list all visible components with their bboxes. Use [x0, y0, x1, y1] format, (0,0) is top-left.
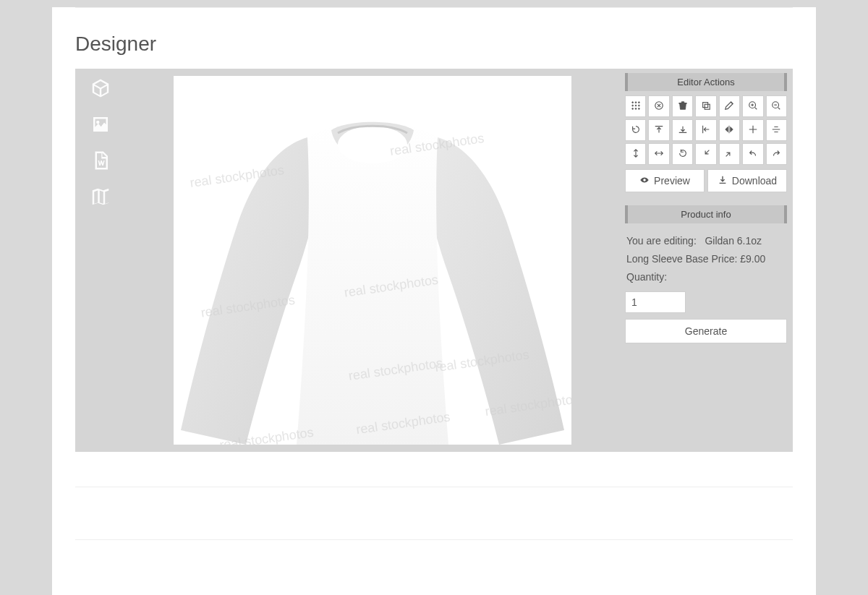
download-button[interactable]: Download [707, 169, 787, 192]
rotate-icon [631, 124, 641, 137]
flip-h-icon [724, 124, 734, 137]
design-canvas-wrap: real stockphotos real stockphotos real s… [126, 69, 619, 452]
height-button[interactable] [625, 143, 646, 165]
height-icon [631, 148, 641, 160]
center-h-icon [748, 124, 758, 137]
editing-label: You are editing: [626, 235, 697, 247]
center-v-icon [771, 124, 781, 137]
scale-up-button[interactable] [719, 143, 740, 165]
align-bottom-button[interactable] [672, 119, 693, 141]
svg-point-18 [638, 108, 639, 109]
divider-1 [75, 487, 793, 487]
align-top-icon [654, 124, 664, 137]
copy-icon [701, 100, 711, 113]
svg-rect-21 [705, 104, 710, 109]
quantity-label: Quantity: [626, 271, 667, 283]
product-info-text: You are editing: Gildan 6.1oz Long Sleev… [625, 228, 787, 290]
rotate-button[interactable] [625, 119, 646, 141]
zoom-in-icon [748, 100, 758, 113]
redo-button[interactable] [766, 143, 787, 165]
text-tool[interactable] [88, 148, 114, 174]
base-price: £9.00 [740, 253, 765, 265]
svg-point-16 [631, 108, 633, 109]
grid-icon [631, 100, 641, 113]
undo-button[interactable] [742, 143, 763, 165]
delete-button[interactable] [672, 95, 693, 117]
flip-h-button[interactable] [719, 119, 740, 141]
reset-button[interactable] [672, 143, 693, 165]
editor-actions-title: Editor Actions [625, 73, 787, 91]
align-top-button[interactable] [648, 119, 669, 141]
trash-icon [678, 100, 688, 113]
redo-icon [771, 148, 781, 160]
width-icon [654, 148, 664, 160]
arrow-in-icon [701, 148, 711, 160]
svg-point-14 [635, 105, 637, 106]
product-preview-image: real stockphotos real stockphotos real s… [174, 76, 571, 445]
svg-point-10 [631, 101, 633, 103]
edit-button[interactable] [719, 95, 740, 117]
download-icon [718, 175, 728, 187]
divider-2 [75, 539, 793, 540]
undo-icon [748, 148, 758, 160]
clipart-tool[interactable] [88, 184, 114, 210]
page-card: Designer [52, 7, 816, 595]
cube-icon [90, 77, 111, 101]
zoom-in-button[interactable] [742, 95, 763, 117]
map-icon [90, 186, 111, 210]
align-left-button[interactable] [695, 119, 716, 141]
arrow-out-icon [724, 148, 734, 160]
scale-down-button[interactable] [695, 143, 716, 165]
width-button[interactable] [648, 143, 669, 165]
design-canvas[interactable]: real stockphotos real stockphotos real s… [174, 76, 571, 445]
image-icon [90, 114, 111, 137]
svg-point-13 [631, 105, 633, 106]
svg-point-11 [635, 101, 637, 103]
copy-button[interactable] [695, 95, 716, 117]
image-tool[interactable] [88, 112, 114, 138]
right-panel: Editor Actions [619, 69, 793, 452]
grid-button[interactable] [625, 95, 646, 117]
designer-app: real stockphotos real stockphotos real s… [75, 69, 793, 452]
preview-button[interactable]: Preview [625, 169, 705, 192]
clear-button[interactable] [648, 95, 669, 117]
base-price-label: Base Price: [686, 253, 738, 265]
svg-point-12 [638, 101, 639, 103]
center-v-button[interactable] [766, 119, 787, 141]
quantity-input[interactable] [625, 291, 686, 313]
download-label: Download [732, 175, 777, 187]
pencil-icon [724, 100, 734, 113]
align-bottom-icon [678, 124, 688, 137]
svg-point-17 [635, 108, 637, 109]
reset-icon [678, 148, 688, 160]
product-tool[interactable] [88, 76, 114, 102]
circle-x-icon [654, 100, 664, 113]
product-info-title: Product info [625, 205, 787, 223]
center-h-button[interactable] [742, 119, 763, 141]
zoom-out-icon [771, 100, 781, 113]
svg-rect-20 [703, 102, 708, 107]
generate-button[interactable]: Generate [625, 319, 787, 343]
page-title: Designer [75, 8, 793, 69]
editor-actions-grid [625, 95, 787, 165]
svg-point-15 [638, 105, 639, 106]
preview-label: Preview [654, 175, 690, 187]
align-left-icon [701, 124, 711, 137]
doc-w-icon [90, 150, 111, 174]
left-tool-strip [75, 69, 126, 452]
eye-icon [639, 175, 650, 187]
zoom-out-button[interactable] [766, 95, 787, 117]
